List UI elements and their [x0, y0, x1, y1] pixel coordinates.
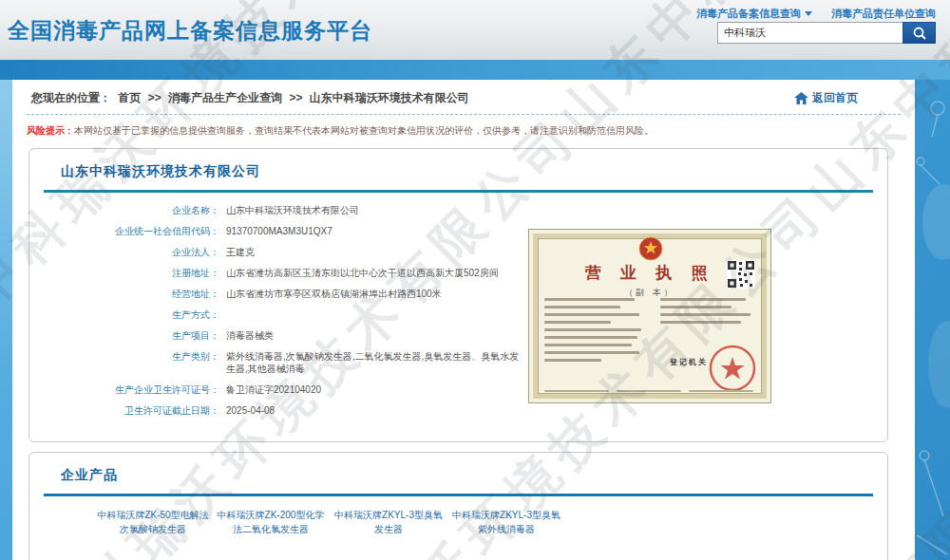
field-label: 生产类别：	[29, 350, 219, 375]
left-strip-decor	[0, 80, 12, 560]
home-icon	[794, 92, 808, 104]
nav-unit-query-label: 消毒产品责任单位查询	[831, 7, 936, 21]
products-title: 企业产品	[29, 453, 887, 484]
field-value: 山东中科瑞沃环境技术有限公司	[226, 204, 359, 216]
product-link[interactable]: 中科瑞沃牌ZKYL-3型臭氧发生器	[332, 508, 446, 536]
risk-text: 本网站仅基于已掌握的信息提供查询服务，查询结果不代表本网站对被查询对象信用状况的…	[74, 125, 654, 136]
field-row: 企业名称： 山东中科瑞沃环境技术有限公司	[29, 204, 887, 216]
field-value: 王建克	[226, 246, 255, 258]
breadcrumb-prefix: 您现在的位置：	[31, 91, 111, 104]
field-value: 91370700MA3M3U1QX7	[226, 225, 332, 237]
breadcrumb-separator: >>	[289, 91, 302, 104]
products-row: 中科瑞沃牌ZK-50型电解法次氯酸钠发生器 中科瑞沃牌ZK-200型化学法二氧化…	[96, 508, 887, 536]
breadcrumb-separator: >>	[148, 91, 162, 104]
qr-code	[727, 260, 755, 289]
field-label: 注册地址：	[29, 267, 219, 279]
search-bar	[717, 22, 936, 44]
top-nav: 消毒产品备案信息查询 消毒产品责任单位查询	[696, 7, 936, 21]
chevron-down-icon	[805, 11, 812, 16]
field-label: 生产方式：	[29, 308, 219, 321]
risk-label: 风险提示：	[27, 125, 74, 136]
license-text-placeholder	[544, 298, 644, 366]
field-label: 企业法人：	[29, 246, 219, 258]
header-accent-bar	[0, 60, 950, 80]
breadcrumb-current: 山东中科瑞沃环境技术有限公司	[310, 91, 469, 104]
back-home-link[interactable]: 返回首页	[794, 90, 858, 106]
field-value: 鲁卫消证字202104020	[226, 383, 321, 396]
field-value: 2025-04-08	[226, 404, 275, 417]
field-value: 山东省潍坊市寒亭区双杨店镇湖淋埠出村路西100米	[226, 288, 442, 300]
product-link[interactable]: 中科瑞沃牌ZK-50型电解法次氯酸钠发生器	[96, 508, 210, 536]
search-input[interactable]	[717, 22, 902, 44]
search-button[interactable]	[902, 22, 936, 44]
license-text-placeholder	[660, 298, 755, 328]
back-home-label: 返回首页	[812, 90, 858, 106]
nav-record-query-label: 消毒产品备案信息查询	[696, 7, 801, 21]
company-title: 山东中科瑞沃环境技术有限公司	[29, 149, 887, 180]
field-label: 卫生许可证截止日期：	[29, 404, 219, 417]
main-panel: 您现在的位置： 首页 >> 消毒产品生产企业查询 >> 山东中科瑞沃环境技术有限…	[12, 80, 915, 560]
field-value: 山东省潍坊高新区玉清东街以北中心次干道以西高新大厦502房间	[226, 267, 499, 279]
breadcrumb-row: 您现在的位置： 首页 >> 消毒产品生产企业查询 >> 山东中科瑞沃环境技术有限…	[12, 80, 915, 111]
nav-record-query-link[interactable]: 消毒产品备案信息查询	[696, 7, 812, 21]
field-label: 经营地址：	[29, 288, 219, 300]
molecule-decor	[915, 80, 950, 560]
nav-unit-query-link[interactable]: 消毒产品责任单位查询	[831, 7, 936, 21]
breadcrumb-home-link[interactable]: 首页	[118, 91, 141, 104]
field-label: 生产项目：	[29, 329, 219, 342]
breadcrumb: 您现在的位置： 首页 >> 消毒产品生产企业查询 >> 山东中科瑞沃环境技术有限…	[31, 90, 473, 106]
page: 全国消毒产品网上备案信息服务平台 消毒产品备案信息查询 消毒产品责任单位查询	[0, 0, 950, 560]
risk-notice: 风险提示：本网站仅基于已掌握的信息提供查询服务，查询结果不代表本网站对被查询对象…	[12, 115, 915, 137]
search-icon	[912, 26, 927, 41]
license-issuer-label: 登记机关	[670, 357, 708, 367]
field-label: 企业名称：	[29, 204, 219, 216]
field-value: 消毒器械类	[226, 329, 274, 342]
field-row: 卫生许可证截止日期： 2025-04-08	[29, 404, 887, 417]
product-link[interactable]: 中科瑞沃牌ZK-200型化学法二氧化氯发生器	[214, 508, 328, 536]
products-card: 企业产品 中科瑞沃牌ZK-50型电解法次氯酸钠发生器 中科瑞沃牌ZK-200型化…	[28, 452, 888, 560]
site-title: 全国消毒产品网上备案信息服务平台	[8, 16, 372, 46]
field-label: 企业统一社会信用代码：	[29, 225, 219, 237]
field-value: 紫外线消毒器,次氯酸钠发生器,二氧化氯发生器,臭氧发生器、臭氧水发生器,其他器械…	[226, 350, 522, 375]
company-info-card: 山东中科瑞沃环境技术有限公司 企业名称： 山东中科瑞沃环境技术有限公司 企业统一…	[28, 148, 888, 442]
product-link[interactable]: 中科瑞沃牌ZKYL-3型臭氧紫外线消毒器	[449, 508, 563, 536]
business-license-image[interactable]: 营 业 执 照 （副 本）	[528, 229, 771, 403]
red-seal	[708, 344, 757, 393]
breadcrumb-section-link[interactable]: 消毒产品生产企业查询	[168, 91, 282, 104]
field-label: 生产企业卫生许可证号：	[29, 383, 219, 396]
header: 全国消毒产品网上备案信息服务平台 消毒产品备案信息查询 消毒产品责任单位查询	[0, 0, 950, 60]
national-emblem-icon	[638, 236, 663, 261]
license-text-placeholder	[544, 390, 753, 397]
products-rule	[44, 494, 873, 496]
